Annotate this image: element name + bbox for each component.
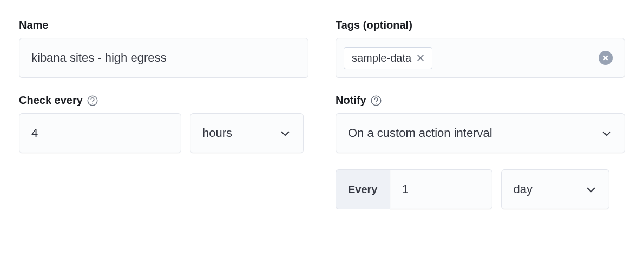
tag-pill: sample-data (344, 47, 432, 69)
clear-tags-icon[interactable] (599, 51, 613, 65)
svg-point-3 (376, 103, 377, 104)
notify-select[interactable]: On a custom action interval (336, 113, 625, 153)
check-every-value[interactable] (31, 126, 169, 140)
tags-field-group: Tags (optional) sample-data (336, 19, 625, 78)
help-icon[interactable] (371, 95, 382, 106)
help-icon[interactable] (87, 95, 98, 106)
chevron-down-icon (585, 183, 597, 195)
check-every-label: Check every (19, 94, 308, 107)
interval-value[interactable] (402, 182, 480, 196)
interval-value-wrapper[interactable] (390, 169, 492, 209)
notify-label: Notify (336, 94, 625, 107)
check-every-value-wrapper[interactable] (19, 113, 181, 153)
svg-point-2 (371, 96, 381, 106)
check-every-field-group: Check every hours (19, 94, 308, 153)
interval-prefix: Every (336, 169, 390, 209)
check-every-unit-text: hours (202, 126, 232, 140)
interval-unit-text: day (514, 182, 533, 196)
tags-input[interactable]: sample-data (336, 38, 625, 78)
name-label: Name (19, 19, 308, 31)
chevron-down-icon (601, 127, 613, 139)
remove-tag-icon[interactable] (417, 54, 424, 62)
notify-field-group: Notify On a custom action interval (336, 94, 625, 153)
tag-text: sample-data (352, 52, 411, 64)
tags-label: Tags (optional) (336, 19, 625, 31)
notify-selected-text: On a custom action interval (348, 126, 492, 140)
name-input[interactable] (31, 51, 296, 65)
check-every-unit-select[interactable]: hours (190, 113, 304, 153)
interval-unit-select[interactable]: day (501, 169, 609, 209)
svg-point-0 (88, 96, 97, 106)
svg-point-1 (92, 103, 93, 104)
interval-field-group: Every day (336, 169, 625, 209)
name-field-group: Name (19, 19, 308, 78)
name-input-wrapper[interactable] (19, 38, 308, 78)
chevron-down-icon (279, 127, 291, 139)
